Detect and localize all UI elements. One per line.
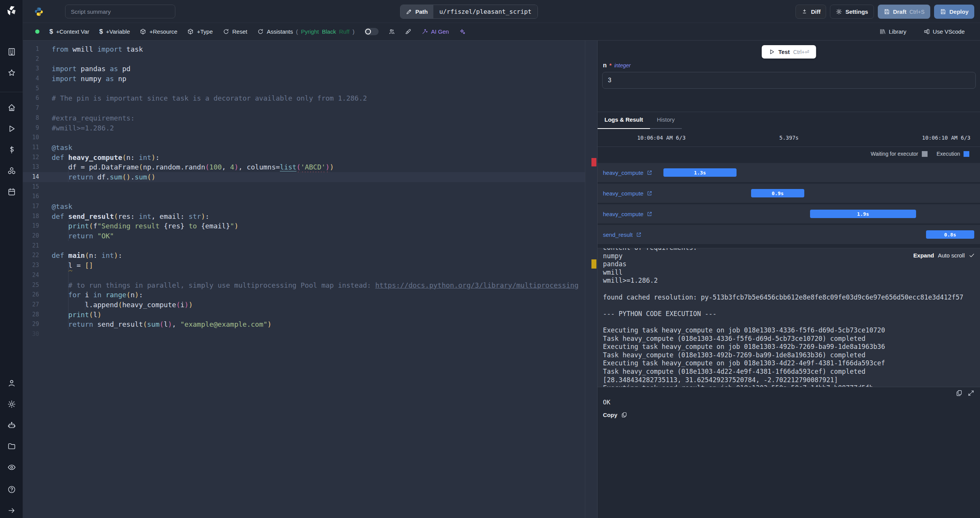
sidebar-item-gear-icon[interactable] (7, 400, 16, 409)
code-line-1[interactable]: 1from wmill import task (23, 44, 585, 54)
use-vscode-button[interactable]: Use VScode (923, 28, 965, 35)
code-line-2[interactable]: 2 (23, 54, 585, 64)
assistants-button[interactable]: Assistants ( Pyright Black Ruff ) (257, 28, 354, 35)
code-line-8[interactable]: 8#extra_requirements: (23, 113, 585, 123)
copy-icon (621, 412, 627, 418)
tab-logs-result[interactable]: Logs & Result (598, 112, 650, 129)
ai-gen-button[interactable]: AI Gen (421, 28, 449, 35)
add-variable-button[interactable]: $+Variable (99, 28, 130, 36)
windmill-logo[interactable] (5, 5, 18, 17)
code-line-12[interactable]: 12def heavy_compute(n: int): (23, 153, 585, 163)
code-line-30[interactable]: 30 (23, 329, 585, 339)
legend-swatch (964, 151, 969, 157)
log-line: Task heavy_compute (018e1303-4d22-4e9f-4… (603, 368, 980, 376)
path-chip[interactable]: Path u/rfiszel/pleasant_script (400, 5, 538, 19)
sidebar-item-folder-icon[interactable] (7, 442, 16, 451)
format-button[interactable] (405, 28, 412, 35)
add-context-var-button[interactable]: $+Context Var (49, 28, 89, 36)
sidebar-footer-group (0, 485, 23, 515)
add-resource-button[interactable]: +Resource (140, 28, 177, 35)
deploy-button[interactable]: Deploy (934, 5, 974, 19)
log-line: wmill (603, 269, 980, 277)
execution-bar[interactable]: 0.8s (926, 230, 974, 239)
sidebar-item-help-icon[interactable] (7, 485, 16, 494)
execution-bar[interactable]: 0.9s (751, 189, 804, 197)
code-line-29[interactable]: 29 return send_result(sum(l), "example@e… (23, 319, 585, 329)
reset-button[interactable]: Reset (223, 28, 247, 35)
code-line-18[interactable]: 18def send_result(res: int, email: str): (23, 212, 585, 222)
tab-history[interactable]: History (650, 112, 682, 129)
code-line-5[interactable]: 5 (23, 84, 585, 94)
sidebar-item-eye-icon[interactable] (7, 463, 16, 472)
topbar: Path u/rfiszel/pleasant_script Diff Sett… (23, 0, 980, 23)
code-line-25[interactable]: 25 # to run things in parallel, simply u… (23, 280, 585, 290)
code-line-4[interactable]: 4import numpy as np (23, 74, 585, 84)
sidebar-item-calendar-icon[interactable] (7, 187, 16, 196)
sidebar-item-dollar-icon[interactable] (7, 145, 16, 154)
line-number: 25 (23, 280, 39, 290)
code-line-10[interactable]: 10 (23, 133, 585, 143)
code-line-9[interactable]: 9#wmill>=1.286.2 (23, 123, 585, 133)
code-line-15[interactable]: 15 (23, 182, 585, 192)
settings-button[interactable]: Settings (830, 5, 874, 19)
task-link-send_result[interactable]: send_result (603, 225, 642, 244)
sidebar-item-arrow-right-icon[interactable] (7, 506, 16, 515)
diff-mode-toggle[interactable] (364, 28, 379, 35)
code-line-21[interactable]: 21 (23, 241, 585, 251)
code-line-24[interactable]: 24 (23, 270, 585, 280)
ai-sparkles-button[interactable] (459, 28, 466, 35)
sidebar-item-robot-icon[interactable] (7, 421, 16, 430)
code-line-27[interactable]: 27 l.append(heavy_compute(i)) (23, 300, 585, 310)
line-number: 6 (23, 93, 39, 103)
diff-label: Diff (811, 8, 820, 15)
test-button[interactable]: Test Ctrl+⏎ (761, 45, 816, 59)
execution-bar[interactable]: 1.9s (810, 210, 916, 218)
sidebar-item-play-icon[interactable] (7, 124, 16, 133)
sidebar-item-building-icon[interactable] (7, 47, 16, 56)
legend-swatch (922, 151, 928, 157)
library-button[interactable]: Library (879, 28, 906, 35)
sidebar-item-home-icon[interactable] (7, 103, 16, 112)
code-line-20[interactable]: 20 return "OK" (23, 231, 585, 241)
collab-users-button[interactable] (389, 28, 395, 35)
code-text: from wmill import task (52, 44, 143, 54)
code-line-19[interactable]: 19 print(f"Sending result {res} to {emai… (23, 221, 585, 231)
diff-button[interactable]: Diff (795, 5, 826, 19)
task-link-heavy_compute[interactable]: heavy_compute (603, 163, 652, 182)
arg-n-input[interactable] (602, 72, 976, 89)
log-line (603, 301, 980, 310)
copy-result-icon[interactable] (956, 389, 963, 397)
copy-button[interactable]: Copy (603, 412, 627, 418)
play-icon (768, 49, 775, 55)
log-output[interactable]: content of requirements:numpypandaswmill… (598, 248, 980, 387)
execution-bar[interactable]: 1.3s (663, 168, 737, 177)
sidebar-item-star-icon[interactable] (7, 68, 16, 77)
code-line-26[interactable]: 26 for i in range(n): (23, 290, 585, 300)
autoscroll-label[interactable]: Auto scroll (938, 252, 965, 259)
code-line-28[interactable]: 28 print(l) (23, 310, 585, 320)
line-number: 22 (23, 251, 39, 261)
code-line-13[interactable]: 13 df = pd.DataFrame(np.random.randn(100… (23, 162, 585, 172)
code-line-7[interactable]: 7 (23, 103, 585, 113)
code-editor[interactable]: 1from wmill import task23import pandas a… (23, 41, 597, 518)
expand-logs-button[interactable]: Expand (913, 252, 934, 259)
task-link-heavy_compute[interactable]: heavy_compute (603, 184, 652, 203)
fullscreen-icon[interactable] (967, 389, 975, 397)
task-link-heavy_compute[interactable]: heavy_compute (603, 204, 652, 223)
result-actions (956, 389, 975, 397)
code-line-6[interactable]: 6# The pin is important since task is a … (23, 93, 585, 103)
code-line-16[interactable]: 16 (23, 192, 585, 202)
code-line-3[interactable]: 3import pandas as pd (23, 64, 585, 74)
sidebar-item-person-icon[interactable] (7, 379, 16, 388)
code-line-23[interactable]: 23 l = [] (23, 261, 585, 270)
code-line-17[interactable]: 17@task (23, 202, 585, 212)
script-summary-input[interactable] (65, 5, 175, 18)
add-type-button[interactable]: +Type (187, 28, 212, 35)
code-line-22[interactable]: 22def main(n: int): (23, 251, 585, 261)
result-value: OK (603, 399, 610, 406)
sidebar-item-cubes-icon[interactable] (7, 166, 16, 175)
code-line-14[interactable]: 14 return df.sum().sum() (23, 172, 585, 182)
code-line-11[interactable]: 11@task (23, 143, 585, 153)
draft-button[interactable]: Draft Ctrl+S (878, 5, 930, 19)
line-number: 10 (23, 133, 39, 143)
